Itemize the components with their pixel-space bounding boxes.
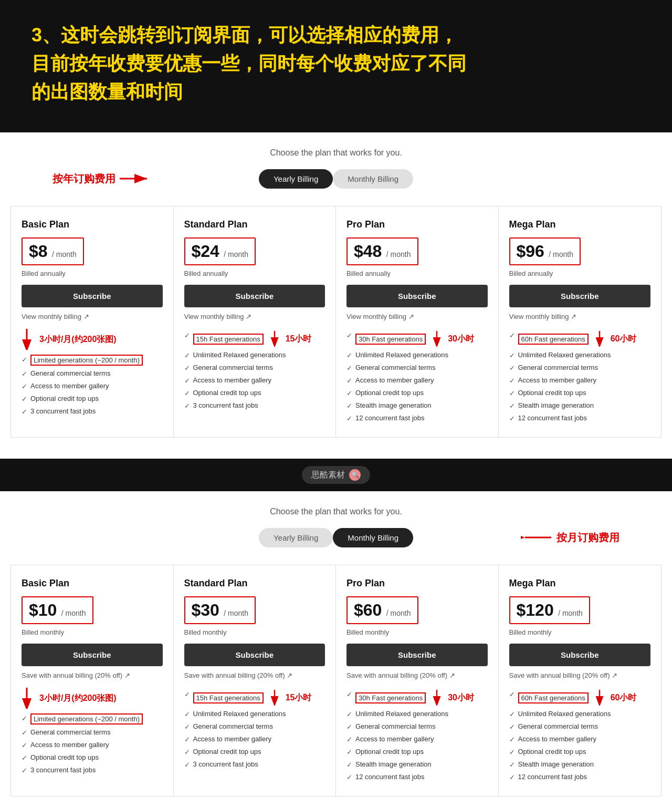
feature-text: General commercial terms (30, 369, 110, 377)
basic-arrow-icon-monthly (22, 688, 37, 709)
feature-item: ✓ Optional credit top ups (22, 392, 163, 405)
basic-subscribe-yearly[interactable]: Subscribe (22, 285, 163, 307)
basic-annotation-text-yearly: 3小时/月(约200张图) (39, 334, 117, 345)
check-icon: ✓ (184, 389, 190, 397)
check-icon: ✓ (346, 773, 352, 781)
standard-billed-yearly: Billed annually (184, 270, 326, 277)
standard-subscribe-yearly[interactable]: Subscribe (184, 285, 326, 307)
feature-text: Unlimited Relaxed generations (518, 710, 611, 718)
feature-text: Access to member gallery (193, 735, 272, 743)
pro-view-billing-monthly[interactable]: Save with annual billing (20% off) ↗ (346, 671, 488, 679)
check-icon: ✓ (346, 736, 352, 743)
feature-item: ✓ Access to member gallery (22, 739, 163, 751)
feature-item: ✓ Optional credit top ups (509, 746, 651, 758)
pro-annotation-yearly: 30小时 (448, 334, 474, 345)
feature-text: 3 concurrent fast jobs (30, 766, 96, 774)
pro-plan-yearly: Pro Plan $48 / month Billed annually Sub… (336, 206, 499, 437)
check-icon: ✓ (22, 382, 27, 390)
billing-toggle-monthly: Yearly Billing Monthly Billing (259, 528, 413, 547)
feature-text: General commercial terms (518, 722, 598, 730)
basic-plan-yearly: Basic Plan $8 / month Billed annually Su… (11, 206, 174, 437)
feature-item: ✓ Limited generations (~200 / month) (22, 353, 163, 367)
check-icon: ✓ (184, 377, 190, 385)
pro-features-yearly: ✓ 30h Fast generations 30小时 (346, 329, 488, 425)
check-icon: ✓ (22, 767, 27, 774)
check-icon: ✓ (509, 364, 515, 372)
watermark-bar: 思酷素材 🔍 (0, 459, 672, 491)
pro-subscribe-monthly[interactable]: Subscribe (346, 644, 488, 666)
choose-text-monthly: Choose the plan that works for you. (10, 507, 662, 516)
feature-item: ✓ General commercial terms (509, 720, 651, 733)
basic-price-monthly: $10 (29, 601, 57, 619)
feature-text: 30h Fast generations (355, 692, 426, 703)
yearly-billing-btn[interactable]: Yearly Billing (259, 169, 333, 189)
feature-item: ✓ Unlimited Relaxed generations (509, 349, 651, 361)
mega-plan-name-monthly: Mega Plan (509, 578, 651, 589)
mega-plan-monthly: Mega Plan $120 / month Billed monthly Su… (499, 565, 662, 796)
mega-view-billing-monthly[interactable]: Save with annual billing (20% off) ↗ (509, 671, 651, 679)
feature-item: ✓ Optional credit top ups (184, 387, 326, 399)
feature-text: Stealth image generation (518, 401, 594, 409)
standard-annotation-yearly: 15小时 (286, 334, 312, 345)
monthly-billing-btn-monthly[interactable]: Monthly Billing (333, 528, 413, 547)
pro-billed-monthly: Billed monthly (346, 628, 488, 636)
feature-text: General commercial terms (355, 364, 435, 371)
feature-item: ✓ Stealth image generation (346, 758, 488, 771)
mega-period-yearly: / month (549, 250, 573, 258)
mega-price-yearly: $96 (517, 242, 544, 261)
feature-item: ✓ Optional credit top ups (22, 751, 163, 764)
feature-item: ✓ 12 concurrent fast jobs (346, 412, 488, 425)
monthly-billing-btn-yearly[interactable]: Monthly Billing (333, 169, 413, 189)
feature-text: Optional credit top ups (30, 395, 99, 402)
basic-subscribe-monthly[interactable]: Subscribe (22, 644, 163, 666)
basic-view-billing-yearly[interactable]: View monthly billing ↗ (22, 313, 163, 320)
check-icon: ✓ (22, 370, 27, 378)
hero-banner: 3、这时会跳转到订阅界面，可以选择相应的费用， 目前按年收费要优惠一些，同时每个… (0, 0, 672, 132)
check-icon: ✓ (22, 754, 27, 762)
feature-text: Optional credit top ups (518, 389, 586, 397)
feature-item: ✓ Access to member gallery (509, 374, 651, 387)
feature-text: Stealth image generation (355, 760, 432, 768)
watermark-text-content: 思酷素材 (311, 470, 345, 481)
feature-text: 3 concurrent fast jobs (193, 760, 258, 768)
basic-view-billing-monthly[interactable]: Save with annual billing (20% off) ↗ (22, 671, 163, 679)
check-icon: ✓ (509, 748, 515, 756)
mega-subscribe-monthly[interactable]: Subscribe (509, 644, 651, 666)
feature-text: Access to member gallery (518, 376, 597, 384)
feature-item: ✓ General commercial terms (22, 726, 163, 739)
feature-text: Optional credit top ups (518, 748, 586, 755)
feature-item: ✓ Optional credit top ups (184, 746, 326, 758)
yearly-billing-btn-monthly[interactable]: Yearly Billing (259, 528, 333, 547)
monthly-arrow-icon (521, 530, 552, 545)
pro-subscribe-yearly[interactable]: Subscribe (346, 285, 488, 307)
check-icon: ✓ (509, 773, 515, 781)
feature-text: Stealth image generation (518, 760, 594, 768)
standard-subscribe-monthly[interactable]: Subscribe (184, 644, 326, 666)
basic-features-yearly: ✓ Limited generations (~200 / month) ✓ G… (22, 353, 163, 418)
basic-period-monthly: / month (61, 609, 86, 617)
check-icon: ✓ (346, 332, 352, 339)
check-icon: ✓ (509, 389, 515, 397)
feature-item: ✓ General commercial terms (346, 361, 488, 374)
basic-plan-monthly: Basic Plan $10 / month Billed monthly Su… (11, 565, 174, 796)
check-icon: ✓ (22, 395, 27, 403)
pro-period-monthly: / month (386, 609, 411, 617)
mega-view-billing-yearly[interactable]: View monthly billing ↗ (509, 313, 651, 320)
pro-billed-yearly: Billed annually (346, 270, 488, 277)
feature-text: Access to member gallery (30, 741, 109, 749)
feature-item: ✓ 3 concurrent fast jobs (184, 399, 326, 412)
pro-view-billing-yearly[interactable]: View monthly billing ↗ (346, 313, 488, 320)
pro-annotation-monthly: 30小时 (448, 692, 474, 703)
standard-view-billing-monthly[interactable]: Save with annual billing (20% off) ↗ (184, 671, 326, 679)
feature-text: 15h Fast generations (193, 334, 264, 345)
feature-item: ✓ 3 concurrent fast jobs (184, 758, 326, 771)
feature-item: ✓ 12 concurrent fast jobs (509, 771, 651, 783)
basic-annotation-monthly: 3小时/月(约200张图) (22, 688, 163, 709)
mega-annotation-yearly: 60小时 (611, 334, 637, 345)
feature-item: ✓ Access to member gallery (184, 733, 326, 746)
check-icon: ✓ (184, 748, 190, 756)
mega-subscribe-yearly[interactable]: Subscribe (509, 285, 651, 307)
feature-text: 12 concurrent fast jobs (355, 414, 425, 422)
standard-view-billing-yearly[interactable]: View monthly billing ↗ (184, 313, 326, 320)
pro-plan-name-monthly: Pro Plan (346, 578, 488, 589)
